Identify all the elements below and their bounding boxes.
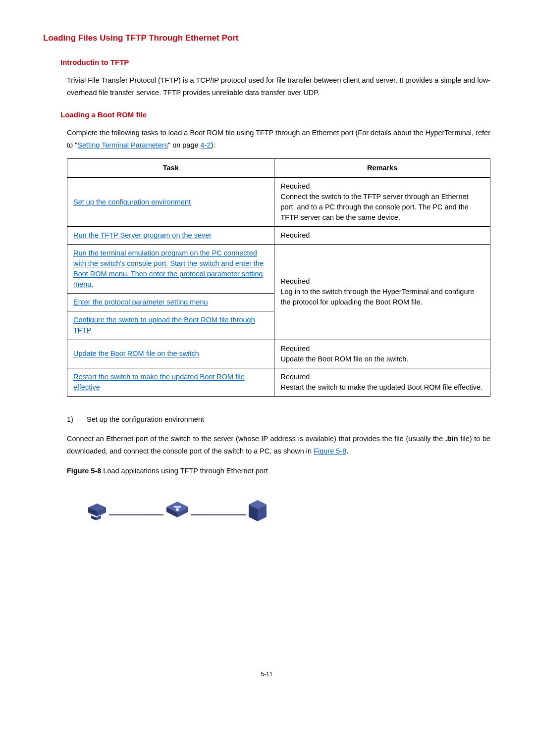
remarks-cell: Required Update the Boot ROM file on the… [274, 340, 490, 368]
task-table-wrap: Task Remarks Set up the configuration en… [43, 158, 490, 396]
server-icon [246, 498, 269, 524]
figure-diagram [43, 496, 490, 526]
table-row: Update the Boot ROM file on the switch R… [67, 340, 490, 368]
text: ): [211, 141, 215, 149]
task-cell: Set up the configuration environment [67, 178, 274, 227]
figure-caption: Figure 5-8 Load applications using TFTP … [43, 465, 490, 477]
text-bold: .bin [445, 435, 458, 443]
paragraph-step-detail: Connect an Ethernet port of the switch t… [43, 433, 490, 458]
task-cell: Run the terminal emulation program on th… [67, 245, 274, 340]
task-cell: Update the Boot ROM file on the switch [67, 340, 274, 368]
task-cell: Restart the switch to make the updated B… [67, 368, 274, 396]
svg-point-0 [176, 508, 179, 511]
link-figure-5-8[interactable]: Figure 5-8 [314, 447, 346, 455]
page-number: 5-11 [43, 669, 490, 680]
step-number: 1) [67, 413, 78, 426]
table-header-row: Task Remarks [67, 159, 490, 178]
link-set-up-config-env[interactable]: Set up the configuration environment [73, 198, 191, 206]
connector-line [109, 514, 163, 515]
step-text: Set up the configuration environment [87, 413, 204, 426]
table-row: Run the TFTP Server program on the sever… [67, 227, 490, 245]
paragraph-boot-rom-intro: Complete the following tasks to load a B… [43, 127, 490, 152]
remarks-cell: Required Connect the switch to the TFTP … [274, 178, 490, 227]
paragraph-tftp-intro: Trivial File Transfer Protocol (TFTP) is… [43, 74, 490, 100]
figure-label: Figure 5-8 [67, 467, 103, 475]
remarks-cell: Required [274, 227, 490, 245]
step-item: 1) Set up the configuration environment [67, 413, 490, 426]
text: . [346, 447, 348, 455]
link-update-boot-rom[interactable]: Update the Boot ROM file on the switch [73, 350, 199, 357]
switch-icon [163, 499, 191, 523]
text: " on page [168, 141, 201, 149]
section-heading: Loading Files Using TFTP Through Etherne… [43, 32, 490, 44]
task-table: Task Remarks Set up the configuration en… [67, 158, 490, 396]
link-run-terminal-emulation[interactable]: Run the terminal emulation program on th… [73, 249, 264, 288]
task-cell: Run the TFTP Server program on the sever [67, 227, 274, 245]
figure-title: Load applications using TFTP through Eth… [103, 467, 268, 475]
table-row: Set up the configuration environment Req… [67, 178, 490, 227]
link-restart-switch[interactable]: Restart the switch to make the updated B… [73, 373, 245, 391]
col-header-task: Task [67, 159, 274, 178]
subsection-tftp-intro: Introductin to TFTP [43, 57, 490, 67]
step-list: 1) Set up the configuration environment [43, 413, 490, 426]
link-configure-switch-upload[interactable]: Configure the switch to upload the Boot … [73, 316, 255, 334]
remarks-cell: Required Log in to the switch through th… [274, 245, 490, 340]
link-setting-terminal-parameters[interactable]: Setting Terminal Parameters [77, 141, 168, 149]
subsection-boot-rom: Loading a Boot ROM file [43, 109, 490, 120]
pc-icon [85, 499, 109, 523]
col-header-remarks: Remarks [274, 159, 490, 178]
remarks-cell: Required Restart the switch to make the … [274, 368, 490, 396]
link-enter-protocol-menu[interactable]: Enter the protocol parameter setting men… [73, 298, 208, 306]
connector-line [191, 514, 246, 515]
table-row: Restart the switch to make the updated B… [67, 368, 490, 396]
text: Connect an Ethernet port of the switch t… [67, 435, 445, 443]
link-page-4-2[interactable]: 4-2 [201, 141, 211, 149]
table-row: Run the terminal emulation program on th… [67, 245, 490, 340]
link-run-tftp-server[interactable]: Run the TFTP Server program on the sever [73, 231, 212, 239]
